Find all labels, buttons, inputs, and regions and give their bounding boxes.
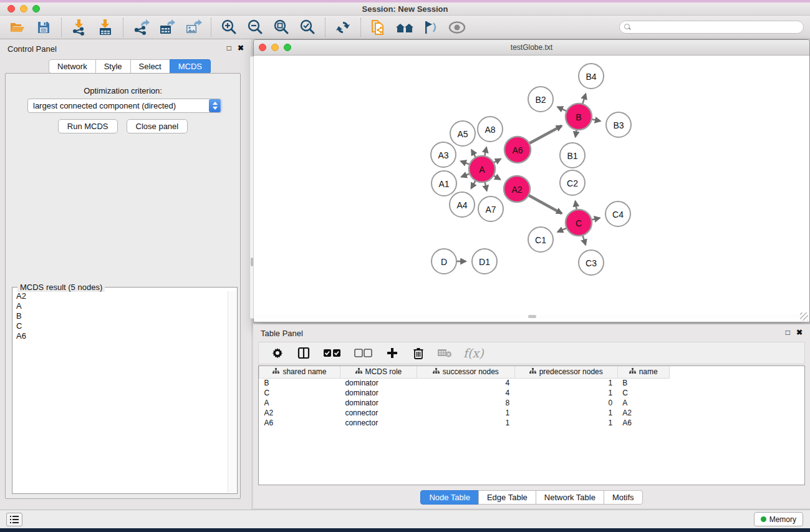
import-table-icon[interactable] (95, 18, 115, 37)
table-cell[interactable]: 4 (417, 388, 514, 398)
add-column-icon[interactable] (385, 346, 400, 360)
network-canvas[interactable]: B4B2BB3A8A5A6A3B1AC2A1A2A4A7C4CC1DD1C3 (254, 56, 809, 319)
graph-node-C1[interactable]: C1 (528, 227, 553, 252)
graph-node-A4[interactable]: A4 (450, 192, 475, 217)
show-graphics-icon[interactable] (447, 18, 467, 37)
network-horizontal-scrollbar[interactable] (255, 314, 809, 319)
tab-network[interactable]: Network (49, 59, 96, 74)
table-cell[interactable]: 1 (417, 418, 514, 428)
home-icon[interactable] (395, 18, 415, 37)
tab-select[interactable]: Select (130, 59, 170, 74)
graph-node-A7[interactable]: A7 (478, 196, 503, 221)
graph-edge-A6-B[interactable] (528, 126, 562, 144)
graph-node-D1[interactable]: D1 (472, 249, 497, 274)
column-header[interactable]: successor nodes (417, 366, 514, 378)
select-all-icon[interactable] (322, 346, 342, 360)
table-cell[interactable]: A6 (617, 418, 669, 428)
column-header[interactable]: shared name (259, 366, 340, 378)
table-cell[interactable]: 1 (417, 408, 514, 418)
network-graph[interactable]: B4B2BB3A8A5A6A3B1AC2A1A2A4A7C4CC1DD1C3 (254, 56, 809, 319)
open-file-icon[interactable] (7, 18, 27, 37)
graph-node-A3[interactable]: A3 (431, 142, 456, 167)
table-cell[interactable]: 8 (417, 398, 514, 408)
export-network-icon[interactable] (131, 18, 151, 37)
table-cell[interactable]: 0 (514, 398, 617, 408)
table-tab-network-table[interactable]: Network Table (536, 490, 604, 505)
graph-node-C2[interactable]: C2 (560, 170, 585, 195)
table-tab-motifs[interactable]: Motifs (604, 490, 643, 505)
optimization-criterion-select[interactable]: largest connected component (directed) (27, 99, 222, 113)
task-history-button[interactable] (6, 513, 22, 526)
tab-style[interactable]: Style (95, 59, 131, 74)
graph-node-B4[interactable]: B4 (579, 64, 604, 89)
graph-node-A1[interactable]: A1 (432, 171, 456, 196)
network-vertical-scrollbar[interactable] (249, 56, 254, 319)
float-panel-icon[interactable]: □ (227, 44, 231, 52)
deselect-all-icon[interactable] (354, 346, 374, 360)
graph-node-A[interactable]: A (469, 156, 495, 182)
result-list-item[interactable]: B (13, 311, 228, 321)
close-table-panel-icon[interactable]: ✖ (796, 329, 803, 337)
memory-button[interactable]: Memory (754, 512, 803, 526)
column-header[interactable]: predecessor nodes (514, 366, 617, 378)
mcds-result-list[interactable]: A2ABCA6 (13, 291, 228, 493)
zoom-out-icon[interactable] (245, 18, 265, 37)
table-cell[interactable]: connector (340, 408, 417, 418)
run-mcds-button[interactable]: Run MCDS (58, 119, 118, 133)
table-cell[interactable]: 1 (514, 378, 617, 388)
table-row[interactable]: A2connector11A2 (259, 408, 805, 418)
table-cell[interactable]: A2 (617, 408, 669, 418)
table-row[interactable]: A6connector11A6 (259, 418, 805, 428)
result-list-item[interactable]: A2 (13, 291, 228, 301)
network-window-titlebar[interactable]: testGlobe.txt (254, 40, 809, 56)
graph-node-B1[interactable]: B1 (560, 143, 585, 168)
graph-node-D[interactable]: D (432, 249, 456, 274)
graph-node-C4[interactable]: C4 (605, 201, 630, 226)
graph-node-B[interactable]: B (566, 104, 592, 130)
table-cell[interactable]: 1 (514, 418, 617, 428)
table-cell[interactable]: B (617, 378, 669, 388)
result-list-item[interactable]: A (13, 301, 228, 311)
hide-annotations-icon[interactable] (421, 18, 441, 37)
table-cell[interactable]: connector (340, 418, 417, 428)
column-header[interactable]: name (617, 366, 669, 378)
table-cell[interactable]: 1 (514, 408, 617, 418)
graph-node-C[interactable]: C (566, 210, 592, 236)
table-row[interactable]: Cdominator41C (259, 388, 805, 398)
search-input[interactable] (619, 21, 804, 34)
export-table-icon[interactable] (157, 18, 177, 37)
table-cell[interactable]: 4 (417, 378, 514, 388)
tab-mcds[interactable]: MCDS (170, 59, 211, 74)
table-cell[interactable]: dominator (340, 388, 417, 398)
table-cell[interactable]: C (259, 388, 340, 398)
graph-node-A5[interactable]: A5 (450, 121, 475, 146)
graph-node-A8[interactable]: A8 (478, 117, 503, 142)
graph-node-B2[interactable]: B2 (528, 87, 553, 112)
result-list-item[interactable]: C (13, 321, 228, 331)
table-cell[interactable]: A (259, 398, 340, 408)
table-cell[interactable]: C (617, 388, 669, 398)
zoom-fit-icon[interactable] (271, 18, 291, 37)
result-list-item[interactable]: A6 (13, 331, 228, 341)
table-cell[interactable]: dominator (340, 378, 417, 388)
graph-node-C3[interactable]: C3 (579, 250, 604, 275)
split-columns-icon[interactable] (296, 346, 311, 360)
table-tab-node-table[interactable]: Node Table (420, 490, 479, 505)
table-cell[interactable]: B (259, 378, 340, 388)
close-panel-button[interactable]: Close panel (127, 119, 188, 133)
graph-node-A6[interactable]: A6 (504, 137, 531, 163)
table-row[interactable]: Bdominator41B (259, 378, 805, 388)
import-network-icon[interactable] (69, 18, 89, 37)
zoom-in-icon[interactable] (219, 18, 239, 37)
save-session-icon[interactable] (34, 18, 54, 37)
table-cell[interactable]: 1 (514, 388, 617, 398)
network-file-icon[interactable] (369, 18, 388, 37)
refresh-icon[interactable] (333, 18, 353, 37)
delete-icon[interactable] (411, 346, 426, 360)
close-panel-icon[interactable]: ✖ (238, 44, 244, 52)
table-cell[interactable]: dominator (340, 398, 417, 408)
table-cell[interactable]: A6 (259, 418, 340, 428)
gear-icon[interactable] (270, 346, 285, 360)
column-header[interactable]: MCDS role (340, 366, 417, 378)
graph-node-B3[interactable]: B3 (606, 112, 631, 137)
